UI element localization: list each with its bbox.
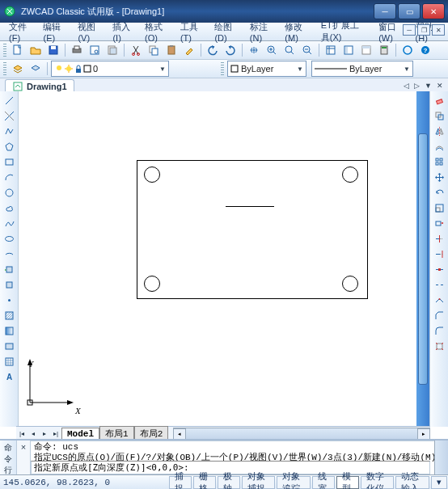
table-button[interactable] <box>2 354 16 369</box>
open-button[interactable] <box>27 42 44 58</box>
toolbar-grip[interactable] <box>3 44 6 57</box>
toolbar-grip[interactable] <box>3 62 6 75</box>
insert-block-button[interactable] <box>2 262 16 276</box>
cmd-tool-label[interactable]: 命 <box>4 442 12 453</box>
matchprop-button[interactable] <box>181 42 197 58</box>
ellipse-arc-button[interactable] <box>2 247 16 261</box>
undo-button[interactable] <box>205 42 221 58</box>
erase-button[interactable] <box>432 93 446 107</box>
tab-prev-button[interactable]: ◂ <box>27 428 39 440</box>
mtext-button[interactable]: A <box>2 369 16 384</box>
point-button[interactable] <box>2 293 16 307</box>
redo-button[interactable] <box>222 42 239 58</box>
cut-button[interactable] <box>128 42 144 58</box>
menu-view[interactable]: 视图(V) <box>72 19 107 44</box>
cmd-tool-label[interactable]: 令 <box>4 453 12 465</box>
save-button[interactable] <box>45 42 61 58</box>
region-button[interactable] <box>2 339 16 353</box>
status-dyn[interactable]: 动态输入 <box>395 476 429 489</box>
mdi-close-button[interactable]: ✕ <box>432 24 445 36</box>
status-tablet[interactable]: 数字化仪 <box>361 476 395 489</box>
arc-button[interactable] <box>2 170 16 184</box>
coord-readout[interactable]: 145.0626, 98.2623, 0 <box>0 478 168 487</box>
linetype-combo[interactable]: ByLayer ▼ <box>311 61 413 77</box>
zoom-rt-button[interactable] <box>264 42 280 58</box>
document-tab[interactable]: Drawing1 <box>5 79 74 93</box>
drawing-canvas[interactable]: Y X <box>19 91 429 427</box>
circle-button[interactable] <box>2 185 16 200</box>
line-button[interactable] <box>2 93 16 107</box>
paste-button[interactable] <box>163 42 180 58</box>
preview-button[interactable] <box>87 42 103 58</box>
mirror-button[interactable] <box>432 124 446 138</box>
rotate-button[interactable] <box>432 185 446 200</box>
gradient-button[interactable] <box>2 323 16 338</box>
break-button[interactable] <box>432 277 446 292</box>
status-snap[interactable]: 捕捉 <box>169 476 192 489</box>
menu-ettools[interactable]: ET扩展工具(X) <box>315 18 373 45</box>
zoom-prev-button[interactable] <box>299 42 315 58</box>
tab-last-button[interactable]: ▸| <box>50 428 61 440</box>
extend-button[interactable] <box>432 247 446 261</box>
status-polar[interactable]: 极轴 <box>218 476 240 489</box>
polygon-button[interactable] <box>2 139 16 154</box>
explode-button[interactable] <box>432 339 446 353</box>
ellipse-button[interactable] <box>2 231 16 246</box>
command-scrollbar[interactable] <box>434 441 448 474</box>
move-button[interactable] <box>432 170 446 184</box>
close-button[interactable]: ✕ <box>422 3 445 19</box>
menu-draw[interactable]: 绘图(D) <box>209 19 243 44</box>
calc-button[interactable] <box>376 42 392 58</box>
mdi-restore-button[interactable]: ❐ <box>417 24 430 36</box>
scale-button[interactable] <box>432 200 446 215</box>
layer-prev-button[interactable] <box>27 61 44 77</box>
menu-edit[interactable]: 编辑(E) <box>37 19 72 44</box>
help-button[interactable]: ? <box>417 42 433 58</box>
tab-menu-icon[interactable]: ▼ <box>423 82 433 90</box>
offset-button[interactable] <box>432 139 446 154</box>
new-button[interactable] <box>10 42 26 58</box>
menu-format[interactable]: 格式(O) <box>139 19 175 44</box>
clean-screen-button[interactable] <box>399 42 416 58</box>
status-model[interactable]: 模型 <box>336 476 359 489</box>
status-osnap[interactable]: 对象捕捉 <box>242 476 276 489</box>
stretch-button[interactable] <box>432 216 446 230</box>
mdi-minimize-button[interactable]: ─ <box>403 24 416 36</box>
join-button[interactable] <box>432 293 446 307</box>
status-lwt[interactable]: 线宽 <box>312 476 335 489</box>
tab-next-button[interactable]: ▸ <box>39 428 50 440</box>
publish-button[interactable] <box>104 42 120 58</box>
vertical-scrollbar[interactable] <box>416 91 429 427</box>
fillet-button[interactable] <box>432 323 446 338</box>
menu-file[interactable]: 文件(F) <box>3 19 37 44</box>
array-button[interactable] <box>432 154 446 169</box>
menu-tools[interactable]: 工具(T) <box>175 19 209 44</box>
scroll-right-button[interactable]: ▸ <box>417 428 430 440</box>
minimize-button[interactable]: ─ <box>374 3 396 19</box>
status-menu-button[interactable]: ▾ <box>431 476 447 489</box>
toolbar-grip[interactable] <box>221 62 224 75</box>
color-combo[interactable]: ByLayer ▼ <box>227 61 306 77</box>
trim-button[interactable] <box>432 231 446 246</box>
chamfer-button[interactable] <box>432 308 446 322</box>
scroll-left-button[interactable]: ◂ <box>173 428 186 440</box>
menu-modify[interactable]: 修改(M) <box>279 19 315 44</box>
pline-button[interactable] <box>2 124 16 138</box>
layer-combo[interactable]: 0 ▼ <box>51 61 169 77</box>
make-block-button[interactable] <box>2 277 16 292</box>
tab-close-icon[interactable]: ✕ <box>435 82 445 90</box>
tab-first-button[interactable]: |◂ <box>16 428 27 440</box>
zoom-window-button[interactable] <box>281 42 298 58</box>
revcloud-button[interactable] <box>2 200 16 215</box>
copy-button[interactable] <box>146 42 162 58</box>
spline-button[interactable] <box>2 216 16 230</box>
pan-button[interactable] <box>246 42 262 58</box>
layer-prop-button[interactable] <box>10 61 26 77</box>
hatch-button[interactable] <box>2 308 16 322</box>
break-point-button[interactable] <box>432 262 446 276</box>
status-grid[interactable]: 栅格 <box>193 476 216 489</box>
tab-next-icon[interactable]: ▷ <box>412 82 421 90</box>
status-otrack[interactable]: 对象追踪 <box>277 476 311 489</box>
tab-prev-icon[interactable]: ◁ <box>402 82 411 90</box>
menu-insert[interactable]: 插入(I) <box>107 19 139 44</box>
